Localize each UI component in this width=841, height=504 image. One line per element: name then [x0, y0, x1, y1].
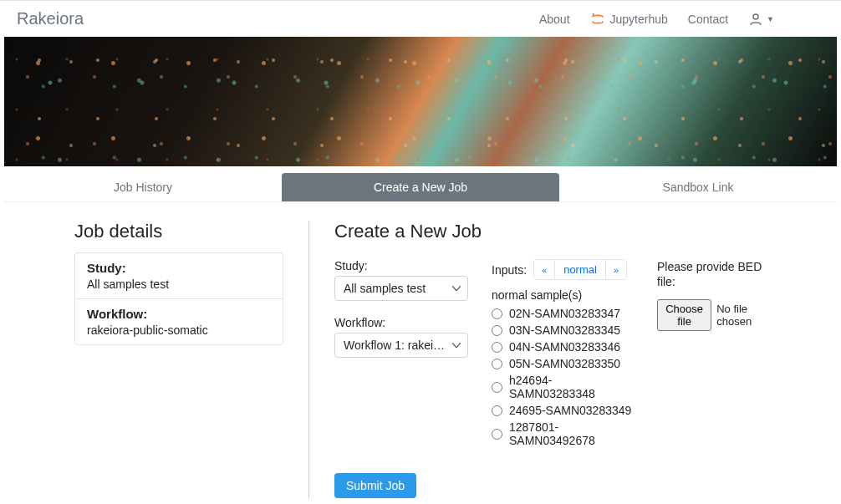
sample-label: 24695-SAMN03283349 [509, 404, 631, 417]
sample-label: 04N-SAMN03283346 [509, 340, 620, 354]
svg-point-1 [753, 14, 758, 19]
jupyter-icon [590, 12, 605, 27]
study-section: Study: All samples test [75, 253, 283, 298]
nav-about[interactable]: About [539, 13, 570, 26]
user-icon [748, 12, 763, 27]
sample-option[interactable]: 03N-SAMN03283345 [492, 323, 634, 337]
tab-create-job[interactable]: Create a New Job [282, 173, 559, 201]
sample-radio[interactable] [492, 405, 502, 416]
workflow-value: rakeiora-public-somatic [87, 323, 271, 337]
form-col-inputs: Inputs: « normal » normal sample(s) 02N-… [492, 259, 634, 498]
sample-label: 03N-SAMN03283345 [509, 323, 620, 337]
sample-label: 05N-SAMN03283350 [509, 357, 620, 370]
sample-option[interactable]: 24695-SAMN03283349 [492, 404, 634, 417]
sample-option[interactable]: 1287801-SAMN03492678 [492, 420, 634, 447]
choose-file-button[interactable]: Choose file [657, 299, 711, 331]
file-input-row: Choose file No file chosen [657, 299, 767, 331]
brand-title[interactable]: Rakeiora [17, 9, 84, 28]
chevron-double-left-icon: « [542, 265, 547, 275]
sample-option[interactable]: h24694-SAMN03283348 [492, 374, 634, 400]
workflow-select[interactable]: Workflow 1: rakeiora-public-somatic [334, 333, 468, 358]
sidebar-title: Job details [74, 221, 283, 242]
form-col-study-workflow: Study: All samples test Workflow: Workfl… [334, 259, 468, 498]
samples-title: normal sample(s) [492, 288, 634, 302]
main-title: Create a New Job [334, 221, 767, 242]
inputs-label: Inputs: [492, 263, 527, 277]
form-columns: Study: All samples test Workflow: Workfl… [334, 259, 767, 498]
job-details-sidebar: Job details Study: All samples test Work… [74, 221, 308, 498]
sample-label: h24694-SAMN03283348 [509, 374, 634, 400]
content: Job details Study: All samples test Work… [61, 202, 780, 504]
sample-option[interactable]: 05N-SAMN03283350 [492, 357, 634, 370]
sample-radio[interactable] [492, 308, 502, 319]
sample-radio[interactable] [492, 359, 502, 369]
create-job-main: Create a New Job Study: All samples test… [308, 221, 767, 498]
svg-point-0 [592, 13, 594, 14]
sample-option[interactable]: 04N-SAMN03283346 [492, 340, 634, 354]
inputs-row: Inputs: « normal » [492, 259, 634, 280]
tab-job-history[interactable]: Job History [4, 173, 282, 201]
nav-jupyterhub[interactable]: Jupyterhub [590, 12, 668, 27]
bed-file-label: Please provide BED file: [657, 259, 767, 289]
sample-option[interactable]: 02N-SAMN03283347 [492, 307, 634, 320]
tabs: Job History Create a New Job Sandbox Lin… [4, 173, 837, 202]
study-value: All samples test [87, 277, 271, 291]
pager-next[interactable]: » [606, 260, 626, 279]
user-menu[interactable]: ▼ [748, 12, 774, 27]
sample-radio[interactable] [492, 382, 502, 393]
sample-label: 02N-SAMN03283347 [509, 307, 620, 320]
study-select-label: Study: [334, 259, 468, 272]
nav-links: About Jupyterhub Contact ▼ [539, 12, 774, 27]
workflow-group: Workflow: Workflow 1: rakeiora-public-so… [334, 316, 468, 358]
tab-sandbox-link[interactable]: Sandbox Link [559, 173, 837, 201]
study-select[interactable]: All samples test [334, 276, 468, 301]
sample-label: 1287801-SAMN03492678 [509, 420, 634, 447]
pager-prev[interactable]: « [534, 260, 554, 279]
navbar: Rakeiora About Jupyterhub Contact ▼ [0, 0, 841, 37]
study-group: Study: All samples test [334, 259, 468, 301]
chevron-double-right-icon: » [614, 265, 619, 275]
nav-contact[interactable]: Contact [688, 13, 728, 26]
caret-down-icon: ▼ [767, 15, 774, 23]
pager-current[interactable]: normal [554, 260, 606, 279]
form-col-bedfile: Please provide BED file: Choose file No … [657, 259, 767, 498]
file-status: No file chosen [716, 303, 767, 328]
banner-image [4, 37, 837, 166]
sample-radio[interactable] [492, 325, 502, 336]
nav-jupyterhub-label: Jupyterhub [610, 13, 668, 26]
samples-list: 02N-SAMN0328334703N-SAMN0328334504N-SAMN… [492, 307, 634, 451]
sample-radio[interactable] [492, 342, 502, 353]
workflow-label: Workflow: [87, 307, 271, 321]
sample-radio[interactable] [492, 429, 502, 440]
submit-job-button[interactable]: Submit Job [334, 473, 416, 498]
job-details-card: Study: All samples test Workflow: rakeio… [74, 252, 283, 345]
study-label: Study: [87, 261, 271, 275]
workflow-select-label: Workflow: [334, 316, 468, 329]
inputs-pager: « normal » [533, 259, 627, 280]
workflow-section: Workflow: rakeiora-public-somatic [75, 298, 283, 344]
